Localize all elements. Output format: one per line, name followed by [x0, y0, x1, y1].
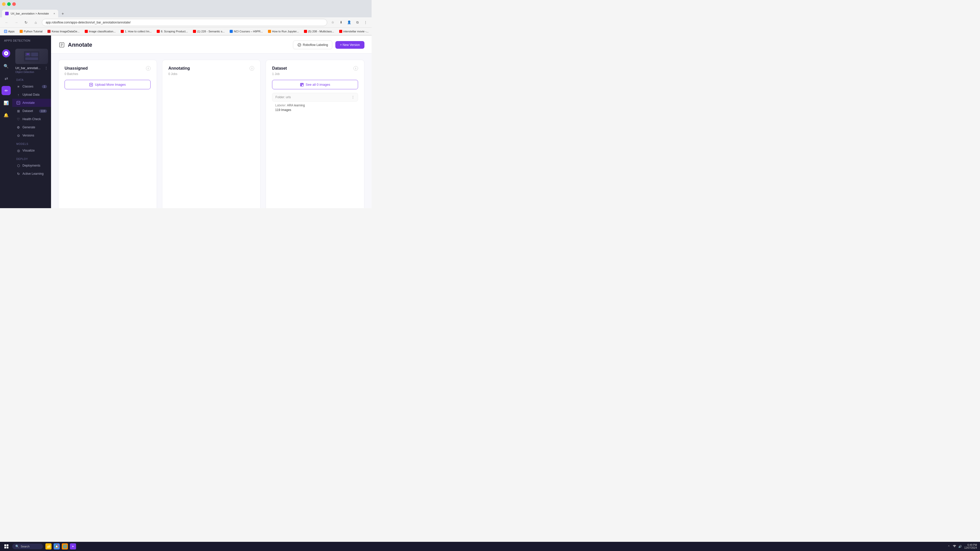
menu-icon[interactable]: ⋮: [363, 19, 369, 25]
annotate-icon: [16, 101, 21, 105]
upload-data-label: Upload Data: [22, 93, 40, 97]
unassigned-info-icon[interactable]: i: [146, 66, 151, 71]
bookmark-nci-label: NCI Courses – H9PR...: [234, 30, 263, 33]
nav-icon-bell[interactable]: 🔔: [2, 110, 11, 120]
sidebar-item-versions[interactable]: ⊙ Versions: [12, 131, 51, 140]
svg-rect-18: [301, 85, 302, 86]
sidebar-item-dataset[interactable]: ⊞ Dataset 119: [12, 107, 51, 115]
bookmark-scraping-label: 8. Scraping Product...: [161, 30, 188, 33]
dataset-card-subtitle: 1 Job: [272, 72, 358, 76]
deployments-label: Deployments: [22, 164, 40, 167]
new-tab-button[interactable]: +: [59, 10, 66, 17]
forward-button[interactable]: →: [13, 19, 20, 26]
svg-rect-4: [25, 57, 38, 60]
back-button[interactable]: ←: [3, 19, 10, 26]
tab-close-button[interactable]: ×: [54, 12, 55, 15]
profile-icon[interactable]: 👤: [346, 19, 352, 25]
nav-icon-search[interactable]: 🔍: [2, 62, 11, 71]
bookmark-python-tutorial[interactable]: Python Tutorial: [18, 29, 45, 33]
nav-icon-annotate[interactable]: ✏: [2, 86, 11, 95]
sidebar-item-upload-data[interactable]: ↑ Upload Data: [12, 91, 51, 99]
new-version-label: + New Version: [340, 43, 360, 47]
dataset-card-title: Dataset: [272, 66, 287, 71]
dataset-card-header: Dataset i: [272, 66, 358, 71]
nav-icon-arrows[interactable]: ⇄: [2, 74, 11, 83]
bookmark-keras[interactable]: Keras ImageDataGe...: [45, 29, 81, 33]
sidebar: APPS DETECTION 🔍 ⇄ ✏ 📊 🔔: [0, 35, 51, 208]
dataset-label: Dataset: [22, 109, 33, 113]
sidebar-item-active-learning[interactable]: ↻ Active Learning: [12, 170, 51, 178]
deployments-icon: ⬡: [16, 164, 21, 168]
generate-label: Generate: [22, 125, 35, 129]
svg-rect-16: [301, 84, 302, 84]
address-input[interactable]: [42, 19, 327, 26]
project-menu-button[interactable]: ⋮: [45, 66, 48, 70]
labeler-value: ARA learning: [287, 103, 305, 107]
dataset-card: Dataset i 1 Job See all 0 images: [266, 60, 364, 208]
annotate-label: Annotate: [22, 101, 35, 105]
generate-icon: ⚙: [16, 125, 21, 129]
bookmark-interstellar[interactable]: interstellar movie -...: [337, 29, 371, 33]
bookmark-apps[interactable]: Apps: [2, 29, 17, 33]
annotating-info-icon[interactable]: i: [250, 66, 254, 71]
active-browser-tab[interactable]: Url_bar_annotation > Annotate ×: [2, 10, 58, 17]
new-version-button[interactable]: + New Version: [335, 41, 364, 49]
dataset-info: Folder: urls ⋮ Labeler: ARA learning 119…: [272, 93, 358, 113]
unassigned-card-subtitle: 0 Batches: [65, 72, 151, 76]
health-check-icon: ♡: [16, 117, 21, 121]
dataset-info-icon[interactable]: i: [353, 66, 358, 71]
page-title-icon: [58, 41, 65, 48]
bookmark-icon[interactable]: ☆: [330, 19, 336, 25]
cards-area: Unassigned i 0 Batches Upload More Image…: [51, 54, 372, 208]
app-layout: APPS DETECTION 🔍 ⇄ ✏ 📊 🔔: [0, 35, 372, 208]
labeler-label: Labeler:: [275, 103, 286, 107]
tabs-bar: Url_bar_annotation > Annotate × +: [0, 8, 372, 17]
reload-button[interactable]: ↻: [22, 19, 30, 26]
maximize-button[interactable]: □: [7, 2, 11, 6]
dataset-badge: 119: [39, 110, 47, 113]
project-type: Object Detection: [15, 71, 48, 73]
sidebar-item-classes[interactable]: ≡ Classes 1: [12, 83, 51, 91]
tab-favicon: [5, 12, 9, 15]
folder-value: urls: [286, 95, 291, 99]
upload-more-images-label: Upload More Images: [95, 83, 126, 86]
bookmark-how-to-collect[interactable]: 1. How to collect Im...: [119, 29, 154, 33]
annotating-card-subtitle: 0 Jobs: [169, 72, 255, 76]
bookmark-nci[interactable]: NCI Courses – H9PR...: [228, 29, 265, 33]
sidebar-main: Url_bar_annotati... ⋮ Object Detection D…: [12, 47, 51, 178]
bookmark-jupyter[interactable]: How to Run Jupyter...: [266, 29, 301, 33]
project-title-row: Url_bar_annotati... ⋮: [15, 65, 48, 71]
close-button[interactable]: ×: [12, 2, 16, 6]
home-button[interactable]: ⌂: [32, 19, 39, 26]
sidebar-item-visualize[interactable]: ◎ Visualize: [12, 146, 51, 155]
annotating-empty-text: Upload and assign images to an annotator…: [169, 80, 255, 208]
bookmark-image-class-label: Image classification...: [89, 30, 116, 33]
see-all-images-label: See all 0 images: [306, 83, 330, 86]
unassigned-card: Unassigned i 0 Batches Upload More Image…: [58, 60, 157, 208]
header-actions: Roboflow Labeling + New Version: [293, 41, 364, 49]
sidebar-item-deployments[interactable]: ⬡ Deployments: [12, 162, 51, 170]
upload-more-images-button[interactable]: Upload More Images: [65, 80, 151, 89]
health-check-label: Health Check: [22, 118, 41, 121]
nav-icon-chart[interactable]: 📊: [2, 98, 11, 107]
bookmark-semantic[interactable]: (1) 228 - Semantic s...: [191, 29, 227, 33]
visualize-icon: ◎: [16, 148, 21, 152]
versions-label: Versions: [22, 134, 34, 137]
sidebar-project-section: Url_bar_annotati... ⋮ Object Detection: [12, 47, 51, 76]
download-icon[interactable]: ⬇: [338, 19, 344, 25]
browser-chrome: ─ □ × Url_bar_annotation > Annotate × + …: [0, 0, 372, 35]
sidebar-item-annotate[interactable]: Annotate: [12, 99, 51, 107]
sidebar-item-health-check[interactable]: ♡ Health Check: [12, 115, 51, 123]
bookmark-multiclass[interactable]: (5) 208 - Multiclass...: [302, 29, 336, 33]
minimize-button[interactable]: ─: [2, 2, 6, 6]
upload-data-icon: ↑: [16, 93, 21, 97]
bookmark-scraping[interactable]: 8. Scraping Product...: [155, 29, 190, 33]
bookmark-jupyter-label: How to Run Jupyter...: [272, 30, 299, 33]
bookmark-image-class[interactable]: Image classification...: [83, 29, 118, 33]
dataset-menu-button[interactable]: ⋮: [351, 95, 355, 99]
roboflow-labeling-button[interactable]: Roboflow Labeling: [293, 41, 332, 49]
extension-icon[interactable]: ⧉: [354, 19, 360, 25]
sidebar-item-generate[interactable]: ⚙ Generate: [12, 123, 51, 131]
see-all-images-button[interactable]: See all 0 images: [272, 80, 358, 89]
bookmark-semantic-label: (1) 228 - Semantic s...: [197, 30, 224, 33]
